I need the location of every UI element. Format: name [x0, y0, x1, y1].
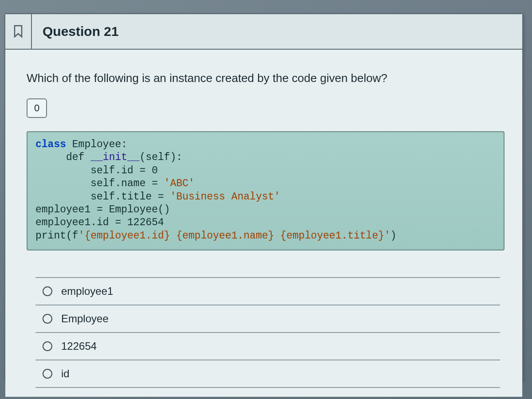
answer-label: employee1 [61, 285, 113, 297]
question-prompt: Which of the following is an instance cr… [27, 71, 505, 86]
code-method: __init__ [90, 152, 139, 163]
answers-list: employee1 Employee 122654 id [35, 277, 500, 388]
code-text: self.name = [35, 178, 164, 189]
answer-option-c[interactable]: 122654 [35, 332, 500, 360]
question-header: Question 21 [5, 14, 522, 50]
radio-icon[interactable] [43, 314, 52, 324]
answer-label: Employee [61, 313, 109, 325]
code-text: employee1 = Employee() [35, 204, 170, 215]
answer-option-d[interactable]: id [35, 360, 500, 388]
code-block: class Employee: def __init__(self): self… [27, 131, 505, 251]
code-text: employee1.id = 122654 [35, 217, 164, 228]
flag-cell[interactable] [5, 14, 32, 49]
quiz-container: Question 21 Which of the following is an… [4, 13, 523, 381]
code-text: ) [391, 230, 397, 242]
code-string: 'ABC' [164, 178, 195, 189]
code-text: self.title = [35, 191, 170, 203]
code-text: def [35, 152, 90, 163]
code-string: 'Business Analyst' [170, 191, 280, 203]
bookmark-icon [12, 25, 24, 38]
radio-icon[interactable] [43, 341, 52, 351]
code-text: (self): [140, 152, 183, 163]
question-title: Question 21 [32, 14, 522, 49]
radio-icon[interactable] [43, 369, 52, 379]
code-text: Employee: [66, 139, 127, 150]
question-body: Which of the following is an instance cr… [5, 50, 522, 397]
code-text: print(f [35, 230, 78, 242]
code-kw: class [35, 139, 66, 150]
radio-icon[interactable] [43, 286, 52, 296]
code-text: self.id = 0 [35, 165, 158, 176]
answer-option-b[interactable]: Employee [35, 305, 500, 332]
code-string: '{employee1.id} {employee1.name} {employ… [78, 230, 391, 242]
answer-label: id [61, 368, 70, 380]
answer-option-a[interactable]: employee1 [35, 277, 500, 305]
points-input[interactable] [27, 98, 47, 118]
answer-label: 122654 [61, 340, 97, 352]
